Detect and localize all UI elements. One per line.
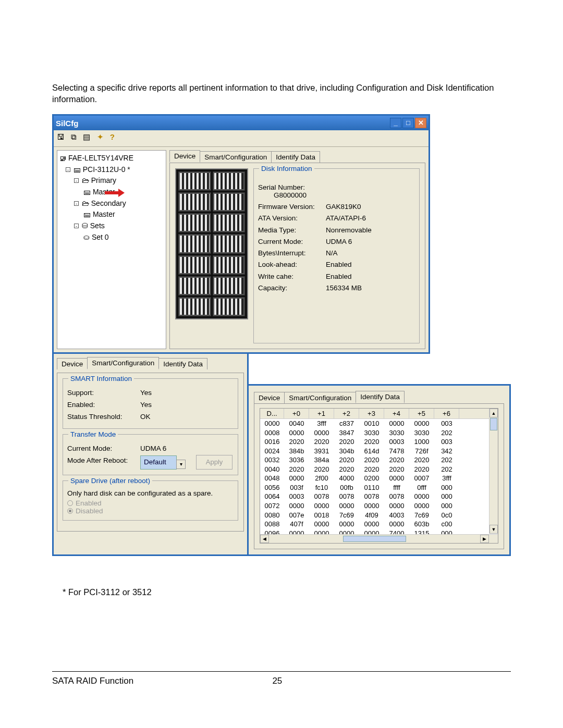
disk-info-value: Enabled [326,259,415,270]
hex-cell: 2020 [334,455,359,465]
hex-cell: 726f [409,447,434,456]
disk-info-key: Look-ahead: [258,259,326,270]
maximize-button[interactable]: □ [402,118,414,128]
vertical-scrollbar[interactable]: ▲ ▼ [489,409,498,534]
hex-cell: 3036 [284,455,309,465]
tab-device-3[interactable]: Device [254,392,285,403]
scroll-up-icon[interactable]: ▲ [489,409,498,417]
tab-identify[interactable]: Identify Data [271,151,320,163]
hex-cell: 384a [309,455,334,465]
hex-cell: 0000 [309,428,334,438]
disk-info-value: UDMA 6 [326,236,415,248]
hex-cell: 0078 [309,492,334,501]
tree-set0[interactable]: ⛀ Set 0 [59,232,164,243]
disk-image [175,168,248,319]
save-icon[interactable]: 🖫 [57,132,65,141]
tree-secondary-master[interactable]: 🖴 Master [59,209,164,220]
paste-icon[interactable]: ▤ [83,132,90,141]
hex-cell: 000 [434,483,459,492]
copy-icon[interactable]: ⧉ [71,132,77,141]
minimize-button[interactable]: _ [390,118,401,128]
identify-hex-table[interactable]: D...+0+1+2+3+4+5+6 000000403fffc83700100… [260,408,498,544]
tab-device-2[interactable]: Device [57,358,88,369]
disk-info-key: Media Type: [258,225,326,236]
serial-value: G8000000 [258,191,415,199]
scroll-thumb-v[interactable] [490,418,497,430]
help-icon[interactable]: ? [110,132,115,141]
hex-cell: 3030 [384,428,409,438]
intro-text: Selecting a specific drive reports all p… [52,82,511,105]
hex-cell: 3847 [334,428,359,438]
hex-cell: 000 [434,492,459,501]
select-dropdown-icon[interactable]: ▾ [176,460,186,469]
hex-cell: 0000 [260,419,284,428]
hex-cell: 0064 [260,492,284,501]
hex-row: 0056003ffc1000fb0110ffff0fff000 [260,483,498,492]
hex-cell: 2020 [284,465,309,474]
apply-button[interactable]: Apply [196,455,233,470]
scroll-left-icon[interactable]: ◀ [260,535,269,543]
hex-cell: 4f09 [359,511,384,520]
spare-drive-fieldset: Spare Drive (after reboot) Only hard dis… [63,480,238,521]
tab-device[interactable]: Device [169,150,200,163]
smart-key: Status Threshold: [67,411,140,423]
hex-cell: 2020 [384,455,409,465]
hex-header-cell: +1 [309,409,334,418]
hex-cell: 0000 [309,501,334,511]
hex-cell: 2020 [409,455,434,465]
footnote: * For PCI-3112 or 3512 [63,587,511,597]
hex-header: D...+0+1+2+3+4+5+6 [260,409,498,419]
hex-cell: 0000 [334,501,359,511]
hex-cell: 202 [434,455,459,465]
tab-smart-3[interactable]: Smart/Configuration [284,392,356,403]
hex-header-cell: D... [260,409,284,418]
hex-row: 0072000000000000000000000000000 [260,501,498,511]
hex-header-cell: +0 [284,409,309,418]
hex-cell: 0000 [409,492,434,501]
spare-disabled-radio[interactable] [67,508,73,514]
disk-info-key: Current Mode: [258,236,326,248]
hex-cell: 3931 [309,447,334,456]
scroll-down-icon[interactable]: ▼ [489,525,498,534]
tab-smart-2[interactable]: Smart/Configuration [87,357,159,369]
scroll-right-icon[interactable]: ▶ [480,535,489,543]
horizontal-scrollbar[interactable]: ◀ ▶ [260,534,498,543]
spare-enabled-radio[interactable] [67,500,73,506]
disk-info-value: Enabled [326,271,415,282]
footer-left: SATA RAID Function [52,676,272,686]
device-tree[interactable]: 🖳FAE-LELT5Y14VRE - 🖴 PCI-3112U-0 * - 🗁 P… [57,150,166,349]
tree-primary[interactable]: - 🗁 Primary [59,175,164,187]
tab-identify-3[interactable]: Identify Data [356,391,405,403]
hex-cell: 202 [434,428,459,438]
disk-info-value: Nonremovable [326,225,415,236]
tree-controller[interactable]: - 🖴 PCI-3112U-0 * [59,164,164,176]
hex-cell: 0200 [359,474,384,483]
tree-secondary[interactable]: - 🗁 Secondary [59,198,164,209]
hex-header-cell: +6 [434,409,459,418]
titlebar: SilCfg _ □ ✕ [54,116,429,130]
hex-cell: 1000 [409,437,434,447]
hex-cell: 007e [284,511,309,520]
close-button[interactable]: ✕ [415,118,426,128]
tab-identify-2[interactable]: Identify Data [158,358,207,369]
tab-smart[interactable]: Smart/Configuration [200,151,272,163]
hex-cell: 0110 [359,483,384,492]
hex-cell: 2020 [309,437,334,447]
smart-key: Enabled: [67,399,140,411]
hex-cell: 7c69 [409,511,434,520]
hex-header-cell: +3 [359,409,384,418]
hex-cell: 0024 [260,447,284,456]
hex-cell: 0032 [260,455,284,465]
mode-after-reboot-select[interactable]: Default [140,455,177,470]
tree-root[interactable]: 🖳FAE-LELT5Y14VRE [59,153,164,164]
device-tab-panel: Disk Information Serial Number: G8000000… [169,163,425,349]
hex-cell: 202 [434,465,459,474]
hex-cell: 0000 [359,520,384,529]
wizard-icon[interactable]: ✦ [97,132,104,141]
hex-cell: 2020 [359,465,384,474]
hex-cell: 2020 [359,437,384,447]
tree-sets[interactable]: - ⛁ Sets [59,220,164,232]
scroll-thumb-h[interactable] [343,536,407,542]
smart-value: OK [140,411,151,423]
hex-cell: 2020 [409,465,434,474]
